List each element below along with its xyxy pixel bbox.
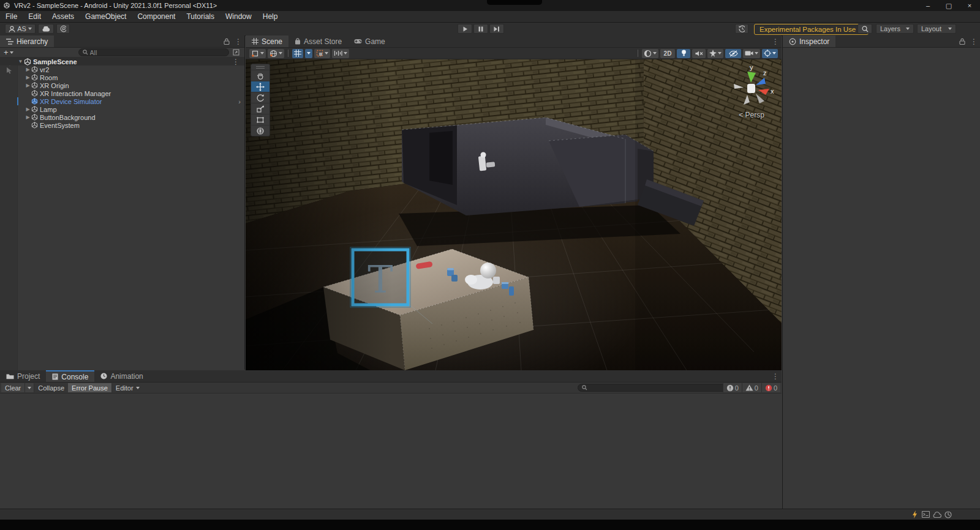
grid-axis-dropdown[interactable] bbox=[305, 49, 312, 58]
clear-dropdown[interactable] bbox=[25, 383, 34, 392]
2d-toggle-button[interactable]: 2D bbox=[660, 49, 675, 58]
plastic-scm-button[interactable] bbox=[56, 24, 70, 34]
hierarchy-item-eventsystem[interactable]: EventSystem bbox=[0, 121, 244, 129]
maximize-button[interactable]: ▢ bbox=[938, 0, 959, 11]
hierarchy-item-xr-origin[interactable]: ▶ XR Origin bbox=[0, 81, 244, 89]
play-button[interactable] bbox=[458, 24, 472, 34]
search-icon bbox=[83, 50, 88, 55]
warning-count-badge[interactable]: 0 bbox=[742, 383, 761, 392]
cloud-status-icon[interactable] bbox=[933, 512, 941, 518]
lock-icon[interactable] bbox=[959, 38, 965, 45]
create-object-button[interactable]: + bbox=[4, 50, 13, 56]
chevron-down-icon bbox=[653, 52, 657, 54]
hierarchy-scene-row[interactable]: ▼ SampleScene ⋮ bbox=[0, 58, 244, 65]
prefab-open-arrow-icon[interactable]: › bbox=[238, 98, 241, 105]
tab-inspector[interactable]: Inspector bbox=[783, 35, 835, 47]
tab-hierarchy[interactable]: Hierarchy bbox=[0, 35, 54, 47]
rect-tool[interactable] bbox=[251, 114, 270, 125]
audio-mute-toggle[interactable] bbox=[692, 49, 706, 58]
menu-component[interactable]: Component bbox=[132, 11, 181, 22]
tool-handle-rotation-dropdown[interactable] bbox=[268, 49, 284, 58]
tab-console[interactable]: Console bbox=[46, 370, 94, 382]
undo-history-button[interactable] bbox=[735, 24, 748, 34]
menu-edit[interactable]: Edit bbox=[23, 11, 47, 22]
console-search[interactable] bbox=[578, 384, 728, 392]
collapse-button[interactable]: Collapse bbox=[34, 383, 68, 392]
scene-visibility-toggle[interactable] bbox=[725, 49, 741, 58]
foldout-icon[interactable]: ▶ bbox=[24, 75, 31, 80]
step-button[interactable] bbox=[489, 24, 504, 34]
snap-settings-dropdown[interactable] bbox=[314, 49, 330, 58]
hierarchy-item-lamp[interactable]: ▶ Lamp bbox=[0, 105, 244, 113]
orientation-gizmo[interactable]: y z x < Persp bbox=[725, 63, 778, 119]
snap-increment-dropdown[interactable] bbox=[332, 49, 349, 58]
foldout-icon[interactable]: ▶ bbox=[24, 114, 31, 120]
lighting-bake-icon[interactable] bbox=[911, 510, 919, 518]
hierarchy-search-input[interactable] bbox=[90, 49, 225, 56]
scene-lighting-toggle[interactable] bbox=[677, 49, 690, 58]
menu-gameobject[interactable]: GameObject bbox=[80, 11, 132, 22]
scene-viewport[interactable]: T bbox=[246, 59, 782, 370]
panel-menu-icon[interactable]: ⋮ bbox=[970, 37, 978, 46]
view-hand-tool[interactable] bbox=[251, 70, 270, 81]
console-search-input[interactable] bbox=[589, 384, 723, 392]
panel-menu-icon[interactable]: ⋮ bbox=[772, 37, 779, 46]
search-button[interactable] bbox=[858, 24, 872, 34]
foldout-icon[interactable]: ▶ bbox=[24, 67, 31, 72]
clear-button[interactable]: Clear bbox=[1, 383, 25, 392]
scale-tool[interactable] bbox=[251, 103, 270, 114]
hierarchy-item-xr-interaction-manager[interactable]: XR Interaction Manager bbox=[0, 89, 244, 97]
panel-menu-icon[interactable]: ⋮ bbox=[235, 37, 242, 46]
camera-settings-dropdown[interactable] bbox=[743, 49, 760, 58]
account-dropdown[interactable]: AS bbox=[5, 24, 36, 34]
tab-scene[interactable]: Scene bbox=[246, 35, 288, 47]
move-tool[interactable] bbox=[251, 81, 270, 92]
error-pause-button[interactable]: Error Pause bbox=[68, 383, 112, 392]
popout-window-icon[interactable] bbox=[233, 49, 239, 56]
pause-button[interactable] bbox=[473, 24, 488, 34]
console-status-icon[interactable] bbox=[922, 511, 930, 518]
menu-assets[interactable]: Assets bbox=[47, 11, 80, 22]
foldout-icon[interactable]: ▶ bbox=[24, 106, 31, 112]
grid-visibility-button[interactable] bbox=[292, 49, 303, 58]
menu-tutorials[interactable]: Tutorials bbox=[181, 11, 220, 22]
progress-status-icon[interactable] bbox=[944, 511, 952, 518]
tab-project[interactable]: Project bbox=[0, 370, 46, 382]
hierarchy-item-room[interactable]: ▶ Room bbox=[0, 73, 244, 81]
scene-menu-icon[interactable]: ⋮ bbox=[232, 58, 239, 66]
layout-dropdown[interactable]: Layout bbox=[917, 24, 956, 34]
layers-dropdown[interactable]: Layers bbox=[876, 24, 914, 34]
hierarchy-item-buttonbackground[interactable]: ▶ ButtonBackground bbox=[0, 113, 244, 121]
cloud-button[interactable] bbox=[38, 24, 54, 34]
tool-handle-position-dropdown[interactable] bbox=[249, 49, 266, 58]
panel-menu-icon[interactable]: ⋮ bbox=[772, 372, 779, 381]
tab-animation[interactable]: Animation bbox=[94, 370, 149, 382]
projection-label[interactable]: < Persp bbox=[725, 111, 778, 119]
rotate-tool[interactable] bbox=[251, 92, 270, 103]
tab-game[interactable]: Game bbox=[348, 35, 391, 47]
effects-dropdown[interactable] bbox=[707, 49, 723, 58]
palette-drag-handle[interactable] bbox=[251, 64, 270, 70]
minimize-button[interactable]: – bbox=[918, 0, 938, 11]
hierarchy-item-vr2[interactable]: ▶ vr2 bbox=[0, 65, 244, 73]
shading-mode-dropdown[interactable] bbox=[642, 49, 658, 58]
menu-window[interactable]: Window bbox=[220, 11, 257, 22]
hierarchy-search[interactable] bbox=[78, 48, 229, 56]
experimental-packages-dropdown[interactable]: Experimental Packages In Use bbox=[754, 24, 869, 35]
hierarchy-item-xr-device-simulator[interactable]: XR Device Simulator › bbox=[0, 97, 244, 105]
gizmos-dropdown[interactable] bbox=[762, 49, 778, 58]
info-count-badge[interactable]: 0 bbox=[723, 383, 742, 392]
foldout-icon[interactable]: ▶ bbox=[24, 83, 31, 88]
menu-help[interactable]: Help bbox=[257, 11, 284, 22]
menu-file[interactable]: File bbox=[0, 11, 23, 22]
console-log-area[interactable] bbox=[0, 394, 782, 509]
editor-dropdown[interactable]: Editor bbox=[112, 383, 143, 392]
transform-tool[interactable] bbox=[251, 125, 270, 136]
tab-asset-store[interactable]: Asset Store bbox=[288, 35, 348, 47]
close-button[interactable]: × bbox=[959, 0, 980, 11]
foldout-open-icon[interactable]: ▼ bbox=[17, 59, 24, 64]
chevron-down-icon bbox=[325, 52, 328, 54]
lock-icon[interactable] bbox=[224, 38, 230, 45]
chevron-down-icon bbox=[772, 52, 776, 54]
error-count-badge[interactable]: 0 bbox=[761, 383, 780, 392]
